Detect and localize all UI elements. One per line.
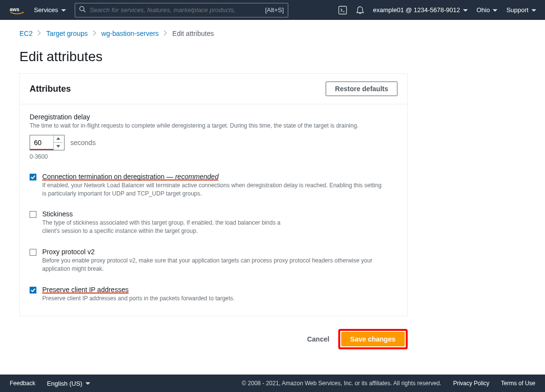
stickiness-desc: The type of stickiness associated with t… xyxy=(42,219,295,235)
region-label: Ohio xyxy=(477,6,490,14)
preserve-ip-desc: Preserve client IP addresses and ports i… xyxy=(42,294,235,303)
copyright: © 2008 - 2021, Amazon Web Services, Inc.… xyxy=(242,380,441,387)
dereg-range: 0-3600 xyxy=(30,153,397,160)
stickiness-row: Stickiness The type of stickiness associ… xyxy=(30,210,397,235)
top-nav: aws Services [Alt+S] example01 @ 1234-56… xyxy=(0,0,545,20)
attributes-card: Attributes Restore defaults Deregistrati… xyxy=(19,73,408,316)
caret-down-icon xyxy=(531,6,536,14)
action-buttons: Cancel Save changes xyxy=(19,329,408,349)
breadcrumb-wg-bastion[interactable]: wg-bastion-servers xyxy=(101,30,159,37)
card-header: Attributes Restore defaults xyxy=(20,74,407,104)
aws-logo[interactable]: aws xyxy=(9,6,25,15)
proxy-protocol-checkbox[interactable] xyxy=(30,249,36,256)
proxy-protocol-desc: Before you enable proxy protocol v2, mak… xyxy=(42,257,382,273)
account-menu[interactable]: example01 @ 1234-5678-9012 xyxy=(373,6,468,14)
search-input[interactable] xyxy=(90,6,235,14)
preserve-ip-row: Preserve client IP addresses Preserve cl… xyxy=(30,286,397,303)
conn-termination-title: Connection termination on deregistration… xyxy=(42,173,382,180)
services-label: Services xyxy=(34,6,58,14)
privacy-link[interactable]: Privacy Policy xyxy=(453,380,490,387)
support-menu[interactable]: Support xyxy=(506,6,536,14)
svg-rect-3 xyxy=(339,6,347,14)
breadcrumb-ec2[interactable]: EC2 xyxy=(19,30,33,37)
language-label: English (US) xyxy=(47,380,83,387)
notifications-icon[interactable] xyxy=(356,6,364,15)
cloudshell-icon[interactable] xyxy=(338,6,347,15)
dereg-input[interactable] xyxy=(30,135,53,150)
preserve-ip-checkbox[interactable] xyxy=(30,287,36,294)
card-heading: Attributes xyxy=(30,84,71,94)
chevron-right-icon xyxy=(164,30,167,37)
search-icon xyxy=(79,6,86,14)
svg-point-1 xyxy=(80,6,84,11)
global-search[interactable]: [Alt+S] xyxy=(75,3,288,17)
svg-text:aws: aws xyxy=(10,6,19,12)
caret-down-icon xyxy=(85,380,90,387)
restore-defaults-button[interactable]: Restore defaults xyxy=(326,82,397,96)
chevron-right-icon xyxy=(37,30,41,37)
terms-link[interactable]: Terms of Use xyxy=(501,380,535,387)
preserve-ip-title: Preserve client IP addresses xyxy=(42,286,235,294)
account-label: example01 @ 1234-5678-9012 xyxy=(373,6,460,14)
dereg-spin xyxy=(53,135,63,150)
deregistration-delay-field: Deregistration delay The time to wait fo… xyxy=(30,113,397,160)
conn-termination-checkbox[interactable] xyxy=(30,174,36,180)
cancel-button[interactable]: Cancel xyxy=(307,335,330,343)
conn-termination-desc: If enabled, your Network Load Balancer w… xyxy=(42,181,382,198)
proxy-protocol-title: Proxy protocol v2 xyxy=(42,248,382,256)
footer: Feedback English (US) © 2008 - 2021, Ama… xyxy=(0,375,545,392)
caret-down-icon xyxy=(493,6,497,14)
dereg-label: Deregistration delay xyxy=(30,113,397,121)
page-body: EC2 Target groups wg-bastion-servers Edi… xyxy=(0,20,545,375)
svg-line-2 xyxy=(83,10,85,12)
support-label: Support xyxy=(506,6,528,14)
proxy-protocol-row: Proxy protocol v2 Before you enable prox… xyxy=(30,248,397,273)
stickiness-title: Stickiness xyxy=(42,210,295,218)
caret-down-icon xyxy=(61,6,66,14)
breadcrumb-target-groups[interactable]: Target groups xyxy=(46,30,88,37)
page-title: Edit attributes xyxy=(19,49,526,65)
dereg-input-wrap xyxy=(30,135,65,150)
dereg-help: The time to wait for in-flight requests … xyxy=(30,122,397,130)
chevron-right-icon xyxy=(93,30,97,37)
breadcrumb-current: Edit attributes xyxy=(172,30,214,37)
save-button[interactable]: Save changes xyxy=(341,332,405,346)
breadcrumb: EC2 Target groups wg-bastion-servers Edi… xyxy=(19,30,526,37)
dereg-step-down[interactable] xyxy=(54,143,63,150)
dereg-step-up[interactable] xyxy=(54,135,63,143)
caret-down-icon xyxy=(463,6,468,14)
conn-termination-row: Connection termination on deregistration… xyxy=(30,173,397,198)
region-menu[interactable]: Ohio xyxy=(477,6,497,14)
stickiness-checkbox[interactable] xyxy=(30,211,36,218)
services-menu[interactable]: Services xyxy=(34,6,66,14)
card-body: Deregistration delay The time to wait fo… xyxy=(20,104,407,316)
feedback-link[interactable]: Feedback xyxy=(10,380,35,387)
language-menu[interactable]: English (US) xyxy=(47,380,90,387)
dereg-unit: seconds xyxy=(70,139,96,147)
search-shortcut: [Alt+S] xyxy=(265,6,284,14)
